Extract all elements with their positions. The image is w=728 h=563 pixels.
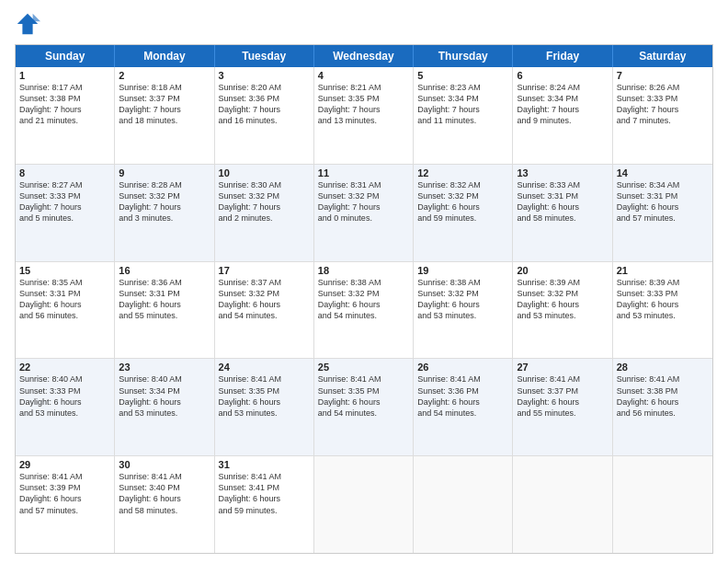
cell-daylight-info: Sunrise: 8:41 AMSunset: 3:40 PMDaylight:…	[119, 471, 210, 516]
cell-daylight-info: Sunrise: 8:24 AMSunset: 3:34 PMDaylight:…	[517, 82, 608, 127]
day-number: 25	[318, 362, 409, 373]
cell-daylight-info: Sunrise: 8:41 AMSunset: 3:37 PMDaylight:…	[517, 373, 608, 419]
cell-daylight-info: Sunrise: 8:34 AMSunset: 3:31 PMDaylight:…	[617, 179, 709, 224]
calendar-cell: 30Sunrise: 8:41 AMSunset: 3:40 PMDayligh…	[115, 456, 214, 553]
calendar-header-day: Saturday	[613, 45, 712, 67]
day-number: 2	[119, 70, 210, 81]
day-number: 10	[219, 167, 310, 178]
calendar-cell: 28Sunrise: 8:41 AMSunset: 3:38 PMDayligh…	[613, 359, 712, 455]
day-number: 4	[318, 70, 409, 81]
cell-daylight-info: Sunrise: 8:40 AMSunset: 3:34 PMDaylight:…	[119, 373, 210, 419]
cell-daylight-info: Sunrise: 8:26 AMSunset: 3:33 PMDaylight:…	[617, 82, 709, 127]
cell-daylight-info: Sunrise: 8:41 AMSunset: 3:41 PMDaylight:…	[219, 471, 310, 516]
cell-daylight-info: Sunrise: 8:17 AMSunset: 3:38 PMDaylight:…	[19, 82, 110, 127]
calendar-cell: 31Sunrise: 8:41 AMSunset: 3:41 PMDayligh…	[215, 456, 314, 553]
calendar-cell: 1Sunrise: 8:17 AMSunset: 3:38 PMDaylight…	[16, 67, 115, 164]
day-number: 28	[617, 362, 709, 373]
day-number: 7	[617, 70, 709, 81]
cell-daylight-info: Sunrise: 8:18 AMSunset: 3:37 PMDaylight:…	[119, 82, 210, 127]
cell-daylight-info: Sunrise: 8:41 AMSunset: 3:38 PMDaylight:…	[617, 373, 709, 419]
calendar-cell: 23Sunrise: 8:40 AMSunset: 3:34 PMDayligh…	[115, 359, 214, 455]
calendar-cell: 25Sunrise: 8:41 AMSunset: 3:35 PMDayligh…	[314, 359, 414, 455]
day-number: 12	[417, 167, 508, 178]
day-number: 31	[219, 459, 310, 470]
cell-daylight-info: Sunrise: 8:31 AMSunset: 3:32 PMDaylight:…	[318, 179, 409, 224]
cell-daylight-info: Sunrise: 8:32 AMSunset: 3:32 PMDaylight:…	[417, 179, 508, 224]
day-number: 16	[119, 265, 210, 276]
calendar-cell: 9Sunrise: 8:28 AMSunset: 3:32 PMDaylight…	[115, 165, 214, 261]
cell-daylight-info: Sunrise: 8:39 AMSunset: 3:33 PMDaylight:…	[617, 277, 709, 322]
calendar-cell	[414, 456, 513, 553]
calendar-header-day: Friday	[513, 45, 612, 67]
cell-daylight-info: Sunrise: 8:41 AMSunset: 3:36 PMDaylight:…	[417, 373, 508, 419]
calendar-header-day: Sunday	[16, 45, 115, 67]
day-number: 21	[617, 265, 709, 276]
calendar-header-day: Monday	[115, 45, 214, 67]
svg-marker-1	[33, 14, 40, 21]
cell-daylight-info: Sunrise: 8:40 AMSunset: 3:33 PMDaylight:…	[19, 373, 110, 419]
calendar-cell: 20Sunrise: 8:39 AMSunset: 3:32 PMDayligh…	[513, 262, 612, 359]
calendar-header: SundayMondayTuesdayWednesdayThursdayFrid…	[16, 45, 712, 67]
cell-daylight-info: Sunrise: 8:38 AMSunset: 3:32 PMDaylight:…	[318, 277, 409, 322]
cell-daylight-info: Sunrise: 8:37 AMSunset: 3:32 PMDaylight:…	[219, 277, 310, 322]
cell-daylight-info: Sunrise: 8:36 AMSunset: 3:31 PMDaylight:…	[119, 277, 210, 322]
cell-daylight-info: Sunrise: 8:41 AMSunset: 3:35 PMDaylight:…	[219, 373, 310, 419]
calendar-cell	[513, 456, 612, 553]
cell-daylight-info: Sunrise: 8:38 AMSunset: 3:32 PMDaylight:…	[417, 277, 508, 322]
calendar-header-day: Tuesday	[215, 45, 314, 67]
calendar-cell: 14Sunrise: 8:34 AMSunset: 3:31 PMDayligh…	[613, 165, 712, 261]
day-number: 11	[318, 167, 409, 178]
calendar-cell	[613, 456, 712, 553]
day-number: 29	[19, 459, 110, 470]
day-number: 18	[318, 265, 409, 276]
day-number: 26	[417, 362, 508, 373]
cell-daylight-info: Sunrise: 8:35 AMSunset: 3:31 PMDaylight:…	[19, 277, 110, 322]
cell-daylight-info: Sunrise: 8:23 AMSunset: 3:34 PMDaylight:…	[417, 82, 508, 127]
day-number: 19	[417, 265, 508, 276]
calendar-cell: 5Sunrise: 8:23 AMSunset: 3:34 PMDaylight…	[414, 67, 513, 164]
cell-daylight-info: Sunrise: 8:28 AMSunset: 3:32 PMDaylight:…	[119, 179, 210, 224]
cell-daylight-info: Sunrise: 8:41 AMSunset: 3:35 PMDaylight:…	[318, 373, 409, 419]
calendar-cell: 27Sunrise: 8:41 AMSunset: 3:37 PMDayligh…	[513, 359, 612, 455]
day-number: 3	[219, 70, 310, 81]
calendar-cell: 17Sunrise: 8:37 AMSunset: 3:32 PMDayligh…	[215, 262, 314, 359]
cell-daylight-info: Sunrise: 8:41 AMSunset: 3:39 PMDaylight:…	[19, 471, 110, 516]
cell-daylight-info: Sunrise: 8:30 AMSunset: 3:32 PMDaylight:…	[219, 179, 310, 224]
day-number: 1	[19, 70, 110, 81]
day-number: 9	[119, 167, 210, 178]
day-number: 6	[517, 70, 608, 81]
day-number: 13	[517, 167, 608, 178]
calendar-cell	[314, 456, 414, 553]
day-number: 22	[19, 362, 110, 373]
cell-daylight-info: Sunrise: 8:33 AMSunset: 3:31 PMDaylight:…	[517, 179, 608, 224]
page: SundayMondayTuesdayWednesdayThursdayFrid…	[0, 0, 728, 563]
calendar-cell: 15Sunrise: 8:35 AMSunset: 3:31 PMDayligh…	[16, 262, 115, 359]
cell-daylight-info: Sunrise: 8:21 AMSunset: 3:35 PMDaylight:…	[318, 82, 409, 127]
day-number: 24	[219, 362, 310, 373]
calendar-header-day: Wednesday	[314, 45, 414, 67]
calendar-cell: 10Sunrise: 8:30 AMSunset: 3:32 PMDayligh…	[215, 165, 314, 261]
day-number: 15	[19, 265, 110, 276]
cell-daylight-info: Sunrise: 8:20 AMSunset: 3:36 PMDaylight:…	[219, 82, 310, 127]
day-number: 20	[517, 265, 608, 276]
calendar-cell: 4Sunrise: 8:21 AMSunset: 3:35 PMDaylight…	[314, 67, 414, 164]
calendar-cell: 2Sunrise: 8:18 AMSunset: 3:37 PMDaylight…	[115, 67, 214, 164]
calendar-cell: 16Sunrise: 8:36 AMSunset: 3:31 PMDayligh…	[115, 262, 214, 359]
calendar-cell: 26Sunrise: 8:41 AMSunset: 3:36 PMDayligh…	[414, 359, 513, 455]
calendar-week-row: 1Sunrise: 8:17 AMSunset: 3:38 PMDaylight…	[16, 67, 712, 165]
day-number: 17	[219, 265, 310, 276]
calendar-cell: 29Sunrise: 8:41 AMSunset: 3:39 PMDayligh…	[16, 456, 115, 553]
day-number: 8	[19, 167, 110, 178]
day-number: 23	[119, 362, 210, 373]
calendar-week-row: 8Sunrise: 8:27 AMSunset: 3:33 PMDaylight…	[16, 165, 712, 262]
calendar-week-row: 29Sunrise: 8:41 AMSunset: 3:39 PMDayligh…	[16, 456, 712, 553]
day-number: 14	[617, 167, 709, 178]
day-number: 5	[417, 70, 508, 81]
day-number: 30	[119, 459, 210, 470]
cell-daylight-info: Sunrise: 8:39 AMSunset: 3:32 PMDaylight:…	[517, 277, 608, 322]
cell-daylight-info: Sunrise: 8:27 AMSunset: 3:33 PMDaylight:…	[19, 179, 110, 224]
calendar-cell: 6Sunrise: 8:24 AMSunset: 3:34 PMDaylight…	[513, 67, 612, 164]
calendar-cell: 22Sunrise: 8:40 AMSunset: 3:33 PMDayligh…	[16, 359, 115, 455]
day-number: 27	[517, 362, 608, 373]
calendar-cell: 11Sunrise: 8:31 AMSunset: 3:32 PMDayligh…	[314, 165, 414, 261]
